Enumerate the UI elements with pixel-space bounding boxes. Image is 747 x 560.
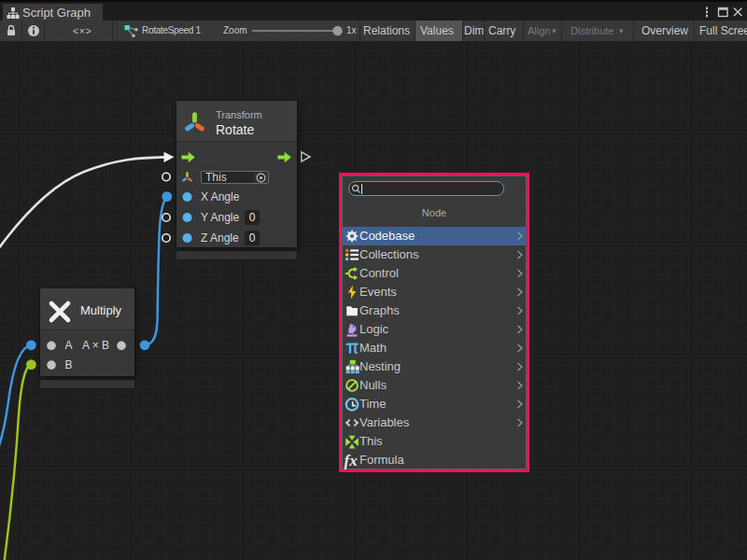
svg-text:fx: fx xyxy=(344,451,358,469)
